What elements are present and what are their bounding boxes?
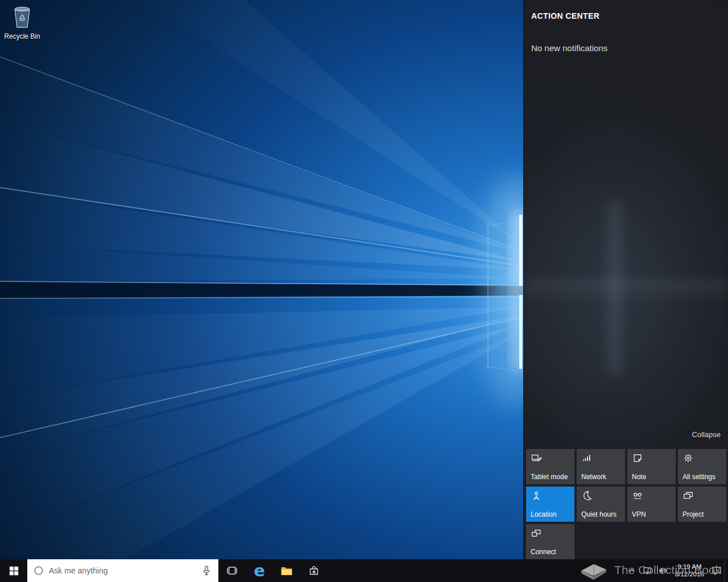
show-desktop-button[interactable] xyxy=(724,559,728,582)
network-tray-button[interactable] xyxy=(640,559,655,582)
edge-browser-button[interactable]: e xyxy=(246,559,273,582)
quick-action-label: Tablet mode xyxy=(531,473,568,481)
quick-action-label: Project xyxy=(682,510,704,518)
action-center-tray-button[interactable] xyxy=(709,559,724,582)
hidden-icons-button[interactable] xyxy=(624,559,640,582)
quick-action-location[interactable]: Location xyxy=(526,487,574,522)
taskbar: e xyxy=(0,559,728,582)
network-bars-icon xyxy=(581,452,593,464)
location-icon xyxy=(531,490,542,501)
recycle-bin[interactable]: Recycle Bin xyxy=(3,3,41,40)
quick-action-quiet-hours[interactable]: Quiet hours xyxy=(577,487,625,522)
settings-gear-icon xyxy=(682,452,694,464)
quick-action-vpn[interactable]: VPN xyxy=(627,487,676,522)
clock-time: 9:19 AM xyxy=(675,563,704,571)
quick-action-tablet-mode[interactable]: Tablet mode xyxy=(526,449,574,484)
no-notifications-message: No new notifications xyxy=(531,43,607,53)
store-bag-icon xyxy=(308,564,320,577)
taskbar-clock[interactable]: 9:19 AM 8/12/2016 xyxy=(671,563,709,578)
store-button[interactable] xyxy=(300,559,328,582)
note-icon xyxy=(632,452,643,464)
desktop: Recycle Bin ACTION CENTER No new notific… xyxy=(0,0,728,582)
quick-action-label: VPN xyxy=(632,510,646,518)
system-tray: 9:19 AM 8/12/2016 xyxy=(624,559,728,582)
action-center-title: ACTION CENTER xyxy=(531,11,599,20)
clock-date: 8/12/2016 xyxy=(675,571,704,578)
quick-action-network[interactable]: Network xyxy=(577,449,625,484)
chevron-up-icon xyxy=(627,566,636,575)
action-center-panel: ACTION CENTER No new notifications Colla… xyxy=(523,0,728,559)
volume-tray-button[interactable] xyxy=(655,559,671,582)
quick-action-label: Connect xyxy=(531,548,556,556)
recycle-bin-label: Recycle Bin xyxy=(3,32,41,40)
microphone-icon[interactable] xyxy=(200,564,213,577)
collapse-link[interactable]: Collapse xyxy=(692,430,721,439)
quick-action-all-settings[interactable]: All settings xyxy=(678,449,726,484)
search-input[interactable] xyxy=(49,566,196,575)
recycle-bin-icon xyxy=(10,3,34,30)
vpn-icon xyxy=(632,490,643,501)
quick-action-label: Network xyxy=(581,473,606,481)
quick-action-label: Location xyxy=(531,510,556,518)
cortana-circle-icon xyxy=(33,565,44,576)
folder-icon xyxy=(280,564,293,577)
windows-logo-icon xyxy=(8,565,20,577)
quick-actions-grid: Tablet mode Network Note All sett xyxy=(526,449,726,559)
tablet-mode-icon xyxy=(531,452,542,464)
start-button[interactable] xyxy=(0,559,27,582)
quick-action-connect[interactable]: Connect xyxy=(526,524,574,559)
search-box[interactable] xyxy=(27,559,218,582)
edge-e-icon: e xyxy=(254,563,265,579)
task-view-icon xyxy=(226,564,238,577)
quick-action-note[interactable]: Note xyxy=(627,449,676,484)
notification-bubble-icon xyxy=(711,565,722,576)
speaker-icon xyxy=(657,565,668,576)
connect-screens-icon xyxy=(531,527,542,539)
project-screens-icon xyxy=(682,490,694,501)
quick-action-label: All settings xyxy=(682,473,715,481)
quick-action-label: Quiet hours xyxy=(581,510,617,518)
quiet-hours-moon-icon xyxy=(581,490,593,501)
file-explorer-button[interactable] xyxy=(273,559,300,582)
ethernet-monitor-icon xyxy=(642,565,653,576)
quick-action-label: Note xyxy=(632,473,646,481)
task-view-button[interactable] xyxy=(218,559,246,582)
quick-action-project[interactable]: Project xyxy=(678,487,726,522)
